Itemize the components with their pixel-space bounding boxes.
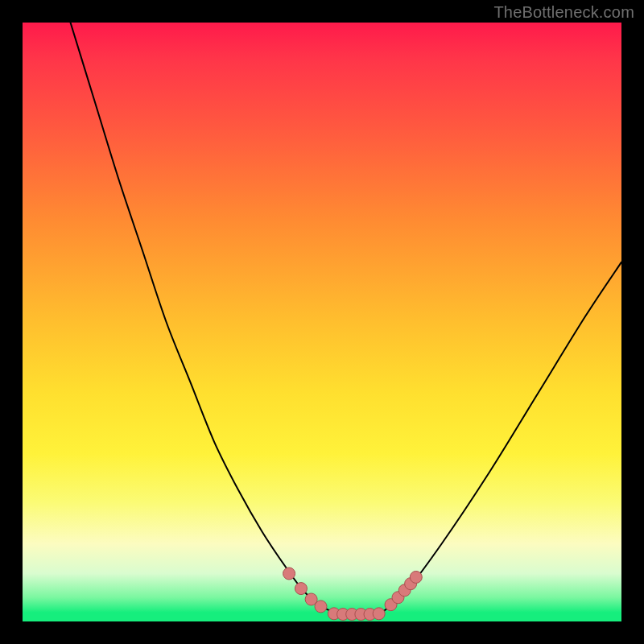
watermark-text: TheBottleneck.com: [493, 3, 634, 22]
chart-svg: [23, 23, 621, 621]
plot-area: [23, 23, 621, 621]
chart-frame: TheBottleneck.com: [0, 0, 644, 644]
marker-right-dots: [410, 571, 422, 583]
curve-left-curve: [71, 23, 334, 613]
marker-left-dots: [315, 601, 327, 613]
curve-right-curve: [382, 262, 621, 613]
marker-floor-blob: [373, 608, 385, 620]
marker-left-dots: [283, 568, 295, 580]
marker-left-dots: [295, 583, 307, 595]
